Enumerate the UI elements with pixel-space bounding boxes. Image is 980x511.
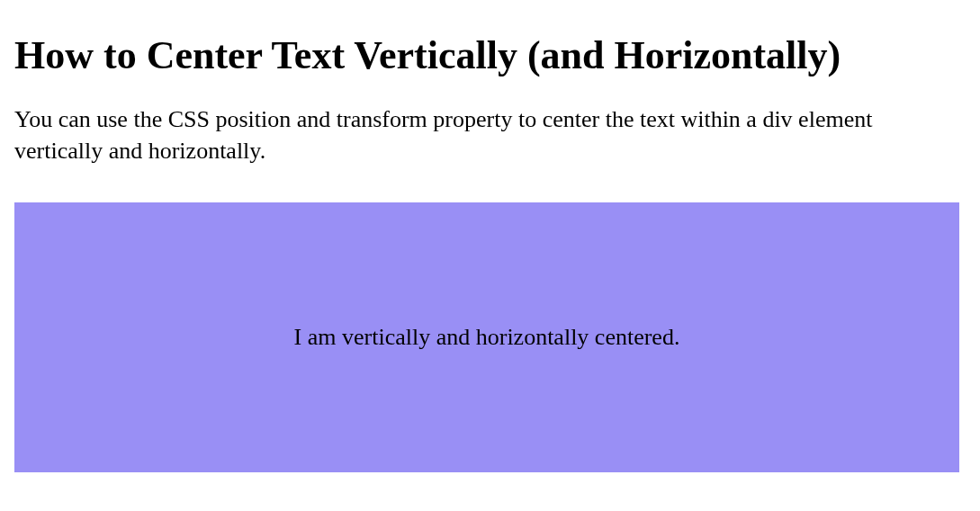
page-heading: How to Center Text Vertically (and Horiz…	[14, 32, 966, 78]
demo-container: I am vertically and horizontally centere…	[14, 202, 959, 472]
centered-text-example: I am vertically and horizontally centere…	[294, 324, 680, 351]
page-description: You can use the CSS position and transfo…	[14, 103, 959, 166]
